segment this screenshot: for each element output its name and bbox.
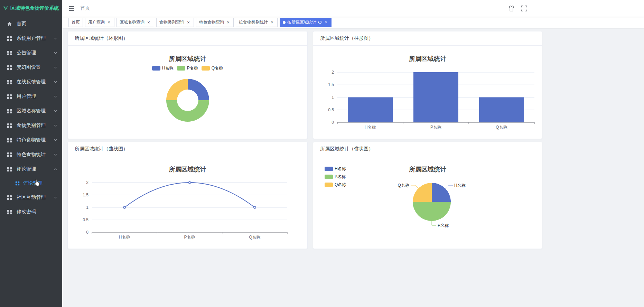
hamburger-icon[interactable] (68, 6, 75, 11)
chevron-down-icon (54, 109, 57, 113)
sidebar-item-home[interactable]: 首页 (0, 17, 62, 31)
chevron-down-icon (54, 37, 57, 40)
sidebar-item-special-food-mgmt[interactable]: 特色食物管理 (0, 133, 62, 147)
chevron-down-icon (54, 153, 57, 157)
active-dot (283, 21, 286, 24)
sidebar-item-system-user-mgmt[interactable]: 系统用户管理 (0, 31, 62, 46)
sidebar-item-special-food-stats[interactable]: 特色食物统计 (0, 147, 62, 162)
sidebar-item-comment-mgmt[interactable]: 评论管理 (0, 162, 62, 176)
tab-food-category-query[interactable]: 食物类别查询 × (156, 18, 194, 27)
logo-icon (3, 5, 8, 11)
close-icon[interactable]: × (186, 20, 191, 25)
tabs-bar: 首页 用户查询 × 区域名称查询 × 食物类别查询 × 特色食物查询 × 按食物… (62, 17, 644, 28)
sidebar-item-label: 首页 (17, 21, 57, 27)
panel-pie-chart: 所属区域统计（饼状图） 所属区域统计 H名称P名称Q名称 H名称P名称Q名称 (313, 142, 542, 249)
sidebar-subitem-comment-mgmt[interactable]: 评论管理 (0, 176, 62, 190)
sidebar-item-label: 用户管理 (17, 93, 52, 100)
main-area: 首页 首页 用户查询 × 区域名称查询 × (62, 0, 644, 307)
chevron-down-icon (54, 51, 57, 55)
tab-label: 特色食物查询 (199, 19, 224, 25)
fullscreen-icon[interactable] (521, 6, 527, 11)
legend-item[interactable]: P名称 (177, 65, 198, 71)
breadcrumb[interactable]: 首页 (80, 5, 90, 11)
legend-label: Q名称 (335, 182, 346, 188)
sidebar-item-label: 变幻图设置 (17, 64, 52, 71)
legend-label: P名称 (187, 65, 198, 71)
sidebar-item-label: 食物类别管理 (17, 122, 52, 129)
grid-icon (7, 123, 12, 128)
svg-text:0.5: 0.5 (83, 217, 88, 222)
tab-home[interactable]: 首页 (68, 18, 83, 27)
app-logo[interactable]: 区域特色食物评价系统 (0, 0, 62, 17)
svg-text:0: 0 (86, 230, 88, 235)
chevron-down-icon (54, 66, 57, 69)
chart-legend: H名称P名称Q名称 (68, 65, 307, 71)
tab-user-query[interactable]: 用户查询 × (85, 18, 114, 27)
sidebar-item-user-mgmt[interactable]: 用户管理 (0, 89, 62, 104)
pie-label: Q名称 (398, 183, 409, 188)
legend-item[interactable]: H名称 (325, 166, 346, 172)
svg-text:P名称: P名称 (184, 235, 195, 240)
tab-label: 食物类别查询 (159, 19, 184, 25)
close-icon[interactable]: × (324, 20, 328, 25)
home-icon (7, 21, 12, 27)
legend-item[interactable]: Q名称 (325, 182, 346, 188)
chart-title: 所属区域统计 (68, 165, 307, 174)
sidebar-item-announcement-mgmt[interactable]: 公告管理 (0, 46, 62, 60)
close-icon[interactable]: × (106, 20, 111, 25)
svg-text:H名称: H名称 (119, 235, 130, 240)
breadcrumb-home[interactable]: 首页 (80, 5, 90, 11)
chevron-down-icon (54, 80, 57, 84)
app-root: 区域特色食物评价系统 首页 系统用户管理 公告管理 变幻图设置 (0, 0, 644, 307)
close-icon[interactable]: × (270, 20, 274, 25)
grid-icon (7, 50, 12, 56)
tab-label: 按所属区域统计 (287, 19, 316, 25)
svg-text:1.5: 1.5 (328, 82, 334, 87)
svg-text:1.5: 1.5 (83, 193, 88, 197)
legend-marker (177, 66, 185, 71)
svg-text:Q名称: Q名称 (496, 125, 507, 130)
tab-region-stats[interactable]: 按所属区域统计 × (280, 18, 332, 27)
legend-label: H名称 (335, 166, 346, 172)
legend-item[interactable]: H名称 (152, 65, 174, 71)
data-point (254, 206, 256, 208)
sidebar-subitem-label: 评论管理 (23, 180, 43, 186)
theme-icon[interactable] (508, 6, 514, 11)
topbar-actions (508, 6, 638, 11)
chart-title: 所属区域统计 (68, 55, 307, 63)
sidebar-item-banner-settings[interactable]: 变幻图设置 (0, 60, 62, 75)
chevron-down-icon (54, 124, 57, 128)
chevron-down-icon (54, 95, 57, 99)
close-icon[interactable]: × (146, 20, 151, 25)
grid-icon (7, 138, 12, 143)
bar-chart-area: 所属区域统计 00.511.52H名称P名称Q名称 (313, 46, 542, 139)
svg-text:P名称: P名称 (430, 125, 441, 130)
tab-special-food-query[interactable]: 特色食物查询 × (196, 18, 234, 27)
legend-item[interactable]: Q名称 (202, 65, 223, 71)
legend-item[interactable]: P名称 (325, 174, 346, 180)
close-icon[interactable]: × (226, 20, 231, 25)
tab-food-category-stats[interactable]: 按食物类别统计 × (236, 18, 278, 27)
tab-region-name-query[interactable]: 区域名称查询 × (116, 18, 154, 27)
sidebar-item-region-name-mgmt[interactable]: 区域名称管理 (0, 104, 62, 118)
bar (348, 97, 393, 123)
svg-text:Q名称: Q名称 (249, 235, 260, 240)
chevron-down-icon (54, 138, 57, 142)
pie-label: P名称 (438, 223, 449, 228)
chart-title: 所属区域统计 (313, 165, 542, 174)
sidebar-item-label: 公告管理 (17, 50, 52, 56)
sidebar-item-change-password[interactable]: 修改密码 (0, 205, 62, 219)
top-navbar: 首页 (62, 0, 644, 17)
sidebar-item-feedback-mgmt[interactable]: 在线反馈管理 (0, 75, 62, 89)
chevron-down-icon (54, 196, 57, 199)
tab-label: 用户查询 (88, 19, 105, 25)
sidebar-item-food-category-mgmt[interactable]: 食物类别管理 (0, 118, 62, 133)
panel-line-chart: 所属区域统计（曲线图） 所属区域统计 00.511.52H名称P名称Q名称 (67, 142, 308, 249)
panel-header: 所属区域统计（曲线图） (68, 142, 307, 156)
refresh-icon[interactable] (318, 20, 322, 24)
pie-label-line (432, 221, 436, 225)
sidebar-item-community-mgmt[interactable]: 社区互动管理 (0, 190, 62, 205)
sidebar-item-label: 系统用户管理 (17, 35, 52, 41)
grid-icon (7, 167, 12, 172)
sidebar: 区域特色食物评价系统 首页 系统用户管理 公告管理 变幻图设置 (0, 0, 62, 307)
